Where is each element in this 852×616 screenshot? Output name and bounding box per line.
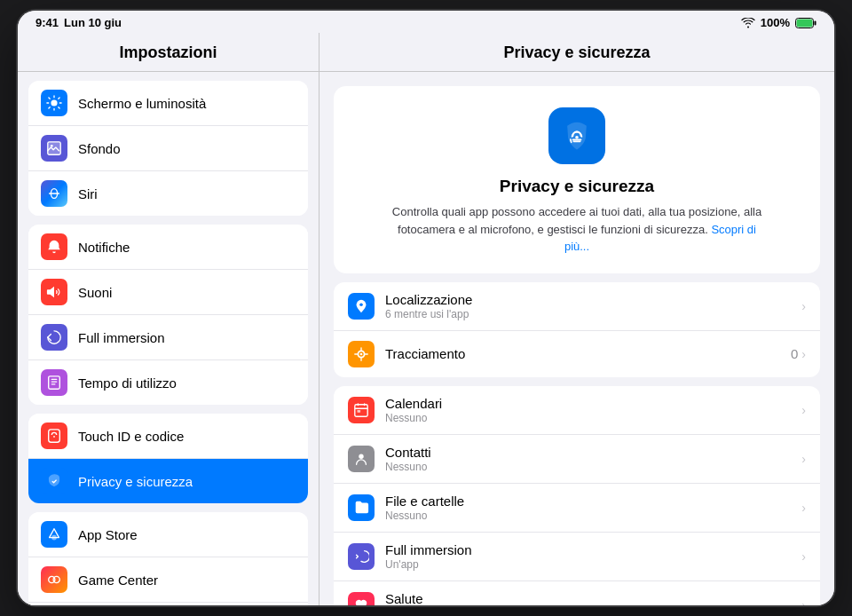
sidebar-title: Impostazioni [18, 33, 319, 72]
contatti-content: Contatti Nessuno [385, 445, 791, 473]
ipad-frame: 9:41 Lun 10 giu 100% Impostazioni [18, 11, 834, 605]
sfondo-icon [41, 135, 67, 162]
settings-row-contatti[interactable]: Contatti Nessuno › [334, 435, 820, 484]
appstore-icon [41, 521, 67, 548]
gamecenter-icon [41, 566, 67, 593]
sidebar-group-1: Schermo e luminosità Sfondo [18, 81, 319, 216]
siri-label: Siri [78, 186, 98, 201]
touchid-label: Touch ID e codice [78, 429, 184, 444]
detail-hero: Privacy e sicurezza Controlla quali app … [334, 86, 820, 273]
status-date: Lun 10 giu [64, 16, 122, 29]
settings-row-localizzazione[interactable]: Localizzazione 6 mentre usi l'app › [334, 282, 820, 331]
localizzazione-subtitle: 6 mentre usi l'app [385, 308, 791, 320]
sidebar-item-appstore[interactable]: App Store [28, 512, 308, 557]
calendari-title: Calendari [385, 396, 791, 411]
localizzazione-title: Localizzazione [385, 292, 791, 307]
contatti-chevron: › [801, 452, 806, 466]
full-immersion-row-content: Full immersion Un'app [385, 542, 791, 571]
sidebar-item-siri[interactable]: Siri [28, 171, 308, 216]
tempo-label: Tempo di utilizzo [78, 375, 177, 391]
suoni-icon [41, 279, 67, 305]
full-immersion-row-icon [348, 543, 375, 570]
svg-rect-22 [355, 404, 367, 416]
privacy-icon [41, 468, 67, 494]
notifiche-label: Notifiche [78, 240, 130, 255]
svg-rect-2 [797, 19, 813, 27]
calendari-content: Calendari Nessuno [385, 396, 791, 424]
hero-desc-text: Controlla quali app possono accedere ai … [392, 205, 761, 236]
localizzazione-right: › [801, 299, 806, 313]
detail-panel: Privacy e sicurezza Privacy e sicurezza … [320, 33, 834, 605]
localizzazione-chevron: › [801, 299, 806, 313]
settings-row-tracciamento[interactable]: Tracciamento 0 › [334, 331, 820, 377]
calendari-right: › [801, 403, 806, 417]
privacy-label: Privacy e sicurezza [78, 474, 193, 489]
calendari-icon [348, 397, 375, 423]
calendari-chevron: › [801, 403, 806, 417]
appstore-label: App Store [78, 527, 138, 542]
file-content: File e cartelle Nessuno [385, 494, 791, 522]
detail-header-title: Privacy e sicurezza [320, 33, 834, 72]
sidebar-item-full-immersion[interactable]: Full immersion [28, 315, 308, 360]
localizzazione-content: Localizzazione 6 mentre usi l'app [385, 292, 791, 320]
contatti-right: › [801, 452, 806, 466]
tracciamento-right: 0 › [791, 346, 806, 361]
hero-icon-wrap [548, 107, 605, 164]
sidebar-item-schermo[interactable]: Schermo e luminosità [28, 81, 308, 126]
sidebar-item-gamecenter[interactable]: Game Center [28, 557, 308, 603]
salute-title: Salute [385, 591, 791, 606]
sidebar-list: Schermo e luminosità Sfondo [18, 72, 319, 605]
svg-point-19 [359, 303, 363, 306]
file-title: File e cartelle [385, 494, 791, 509]
status-bar-left: 9:41 Lun 10 giu [36, 16, 122, 29]
touchid-icon [41, 423, 67, 449]
file-chevron: › [801, 501, 806, 515]
svg-point-18 [575, 136, 579, 139]
privacy-hero-icon [561, 120, 593, 152]
svg-point-24 [359, 454, 363, 458]
hero-title: Privacy e sicurezza [500, 177, 654, 196]
sidebar-group-3: Touch ID e codice Privacy e sicurezza [18, 414, 319, 503]
svg-point-21 [360, 352, 363, 355]
sidebar-item-privacy[interactable]: Privacy e sicurezza [28, 459, 308, 503]
contatti-title: Contatti [385, 445, 791, 460]
sidebar-group-4: App Store Game Center iClo [18, 512, 319, 605]
status-time: 9:41 [36, 16, 59, 29]
settings-row-salute[interactable]: Salute Nessuno › [334, 581, 820, 606]
svg-point-8 [53, 436, 55, 438]
svg-point-3 [51, 99, 57, 106]
salute-chevron: › [801, 598, 806, 606]
full-immersion-row-right: › [801, 549, 806, 564]
tempo-icon [41, 369, 67, 396]
main-area: Impostazioni Schermo e luminosità [18, 33, 834, 605]
schermo-label: Schermo e luminosità [78, 96, 206, 111]
sidebar-item-sfondo[interactable]: Sfondo [28, 126, 308, 171]
status-battery: 100% [761, 16, 790, 29]
sidebar-item-icloud[interactable]: iCloud [28, 603, 308, 605]
settings-row-file[interactable]: File e cartelle Nessuno › [334, 484, 820, 533]
file-subtitle: Nessuno [385, 509, 791, 522]
file-icon [348, 494, 375, 521]
status-bar-right: 100% [741, 16, 816, 29]
sidebar-item-tempo[interactable]: Tempo di utilizzo [28, 360, 308, 405]
svg-point-9 [52, 535, 57, 540]
sidebar-item-notifiche[interactable]: Notifiche [28, 225, 308, 270]
svg-rect-6 [49, 376, 60, 389]
full-immersion-chevron: › [801, 549, 806, 564]
localizzazione-icon [348, 293, 375, 320]
salute-icon [348, 592, 375, 606]
sidebar-item-suoni[interactable]: Suoni [28, 270, 308, 315]
full-immersion-row-title: Full immersion [385, 542, 791, 557]
tracciamento-content: Tracciamento [385, 346, 780, 361]
full-immersion-row-subtitle: Un'app [385, 558, 791, 571]
calendari-subtitle: Nessuno [385, 412, 791, 424]
svg-rect-23 [358, 410, 361, 413]
svg-point-4 [51, 145, 53, 147]
settings-row-calendari[interactable]: Calendari Nessuno › [334, 386, 820, 435]
settings-row-full-immersion[interactable]: Full immersion Un'app › [334, 533, 820, 581]
suoni-label: Suoni [78, 285, 112, 300]
sidebar-item-touchid[interactable]: Touch ID e codice [28, 414, 308, 459]
svg-rect-1 [815, 20, 816, 25]
siri-icon [41, 180, 67, 207]
gamecenter-label: Game Center [78, 573, 158, 588]
